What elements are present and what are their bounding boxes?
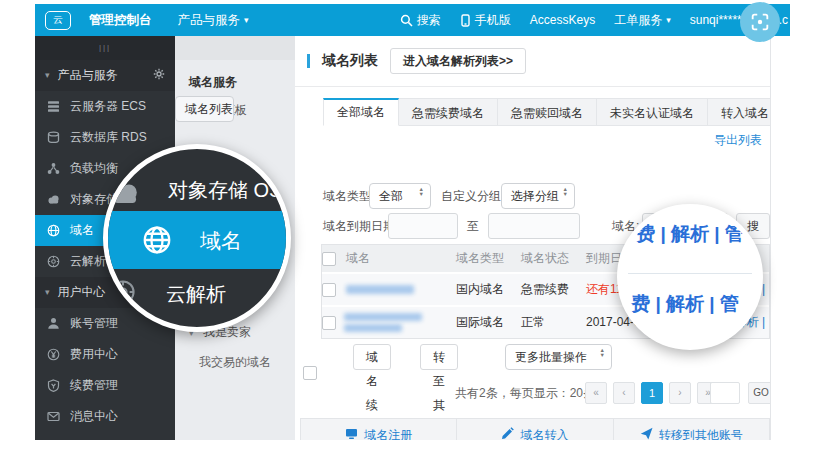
magnifier-circle-actions: 费 | 解析 | 管 费 | 解析 | 管: [617, 204, 763, 350]
nav-mobile-label: 手机版: [475, 12, 511, 29]
magnified-oss-label: 对象存储 OS: [168, 177, 282, 204]
sidebar-collapse-handle[interactable]: |||: [35, 36, 175, 60]
domain-type-value: 全部: [379, 189, 403, 203]
batch-renew-button[interactable]: 域名续费: [353, 344, 391, 370]
sidebar-item-label: 云解析: [70, 253, 106, 270]
magnified-dns-label: 云解析: [166, 281, 226, 308]
chevron-down-icon: ▾: [45, 71, 50, 80]
magnified-row-divider: [628, 273, 752, 274]
magnified-action-links: 费 | 解析 | 管: [617, 291, 753, 317]
tab-renew-urgent[interactable]: 急需续费域名: [399, 98, 498, 126]
sidebar-item-label: 费用中心: [70, 346, 118, 363]
expiry-from-input[interactable]: [388, 213, 458, 239]
pagination-summary: 共有2条，每页显示：20条: [455, 382, 595, 404]
col-domain: 域名: [346, 245, 370, 272]
tab-redeem-urgent[interactable]: 急需赎回域名: [498, 98, 597, 126]
page-jump-input[interactable]: [710, 382, 740, 404]
row-checkbox[interactable]: [322, 283, 336, 297]
aliyun-logo-icon[interactable]: 云: [45, 11, 71, 30]
shield-icon: [47, 379, 60, 392]
sidebar-section-products[interactable]: ▾ 产品与服务: [35, 60, 175, 91]
chevron-down-icon: ▾: [45, 288, 50, 297]
database-icon: [47, 131, 60, 144]
footer-domain-register[interactable]: 域名注册: [301, 419, 456, 440]
row-checkbox[interactable]: [322, 316, 336, 330]
phone-icon: [460, 14, 471, 27]
page-next-button[interactable]: ›: [669, 382, 691, 404]
domain-type-label: 域名类型:: [323, 183, 374, 209]
nav-search[interactable]: 搜索: [400, 12, 441, 29]
export-list-link[interactable]: 导出列表: [714, 132, 762, 149]
nav-console[interactable]: 管理控制台: [89, 12, 152, 29]
sidebar-item-label: 云服务器 ECS: [70, 98, 146, 115]
select-spinner-icon: ▲▼: [419, 187, 424, 197]
footer-domain-transfer-in[interactable]: 域名转入: [456, 419, 612, 440]
custom-group-select[interactable]: 选择分组 ▲▼: [501, 183, 575, 209]
cell-domain-type: 国际域名: [456, 307, 504, 338]
batch-select-checkbox[interactable]: [303, 366, 317, 380]
batch-more-select[interactable]: 更多批量操作 ▲▼: [505, 344, 612, 370]
enter-dns-list-button[interactable]: 进入域名解析列表>>: [390, 48, 526, 74]
domain-type-select[interactable]: 全部 ▲▼: [369, 183, 431, 209]
footer-link-label: 域名注册: [364, 427, 412, 440]
tab-unverified[interactable]: 未实名认证域名: [597, 98, 708, 126]
sidebar-section-label: 用户中心: [58, 284, 106, 301]
batch-transfer-button[interactable]: 转至其他账号: [420, 344, 458, 370]
envelope-icon: [47, 410, 60, 423]
footer-domain-transfer-out[interactable]: 转移到其他账号: [613, 419, 769, 440]
subnav-item-domain-list[interactable]: 域名列表: [175, 96, 234, 122]
redacted-domain-name: [344, 324, 402, 332]
page-prev-button[interactable]: ‹: [613, 382, 635, 404]
capture-frame-icon: [749, 11, 771, 33]
page-go-button[interactable]: GO: [748, 382, 771, 404]
magnifier-circle-sidebar: 对象存储 OS 域名 云解析: [103, 144, 291, 332]
sidebar-item-renewal[interactable]: 续费管理: [35, 370, 175, 401]
pencil-icon: [501, 427, 514, 440]
register-icon: [345, 427, 358, 440]
page-number-current[interactable]: 1: [641, 382, 663, 404]
cell-domain-type: 国内域名: [456, 274, 504, 305]
redacted-domain-name: [344, 313, 422, 321]
sidebar-item-label: 负载均衡: [70, 160, 118, 177]
nav-tickets-menu[interactable]: 工单服务 ▾: [614, 12, 671, 29]
sidebar-item-messages[interactable]: 消息中心: [35, 401, 175, 432]
page-header: 域名列表 进入域名解析列表>>: [307, 48, 526, 74]
page-title: 域名列表: [322, 52, 378, 70]
magnified-action-links: 费 | 解析 | 管: [622, 221, 758, 247]
expiry-to-input[interactable]: [488, 213, 580, 239]
screen-capture-badge: [740, 2, 780, 42]
redacted-domain-name: [346, 285, 414, 294]
batch-more-value: 更多批量操作: [515, 350, 587, 364]
sidebar-item-label: 续费管理: [70, 377, 118, 394]
subnav-title: 域名服务: [175, 68, 295, 96]
chevron-down-icon: ▾: [244, 16, 249, 25]
col-domain-status: 域名状态: [521, 245, 569, 272]
paper-plane-icon: [640, 427, 653, 440]
nav-mobile[interactable]: 手机版: [460, 12, 511, 29]
subnav-item-traded-domains[interactable]: 我交易的域名: [175, 350, 295, 374]
cell-domain-status: 急需续费: [521, 274, 569, 305]
select-all-checkbox[interactable]: [322, 252, 336, 266]
sidebar-item-billing[interactable]: 费用中心: [35, 339, 175, 370]
sidebar-item-rds[interactable]: 云数据库 RDS: [35, 122, 175, 153]
load-balancer-icon: [47, 162, 60, 175]
footer-link-label: 域名转入: [520, 427, 568, 440]
top-navbar-right: 搜索 手机版 AccessKeys 工单服务 ▾ sunqi******@163…: [400, 12, 790, 29]
tab-all-domains[interactable]: 全部域名: [323, 98, 399, 126]
nav-tickets-label: 工单服务: [614, 12, 662, 29]
subnav-strip: [175, 36, 295, 60]
console-page: 云 管理控制台 产品与服务 ▾ 搜索 手机版: [0, 0, 830, 460]
nav-search-label: 搜索: [417, 12, 441, 29]
sidebar-item-ecs[interactable]: 云服务器 ECS: [35, 91, 175, 122]
globe-icon: [142, 225, 172, 258]
sidebar-item-label: 消息中心: [70, 408, 118, 425]
tab-transfer-in[interactable]: 转入域名: [708, 98, 771, 126]
gear-icon[interactable]: [153, 68, 165, 83]
nav-accesskeys[interactable]: AccessKeys: [530, 13, 595, 27]
page-first-button[interactable]: «: [585, 382, 607, 404]
nav-products-menu[interactable]: 产品与服务 ▾: [178, 12, 249, 29]
nav-products-label: 产品与服务: [178, 12, 241, 29]
chevron-down-icon: ▾: [666, 16, 671, 25]
magnified-domain-item: 域名: [108, 211, 286, 269]
cloud-icon: [47, 193, 60, 206]
